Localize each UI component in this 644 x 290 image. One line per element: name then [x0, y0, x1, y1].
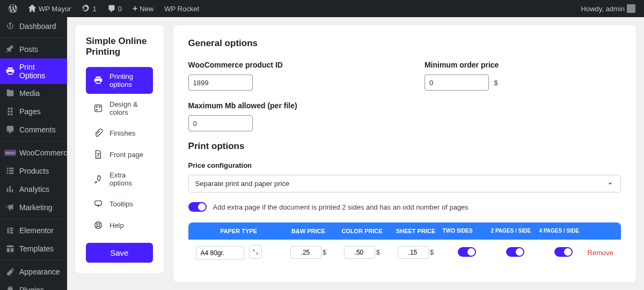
th-two-pages: 2 PAGES / SIDE — [491, 228, 539, 234]
svg-point-6 — [97, 224, 99, 226]
new-link[interactable]: + New — [128, 0, 158, 17]
svg-point-1 — [96, 106, 97, 107]
menu-print-options[interactable]: Print Options — [0, 58, 67, 84]
svg-rect-4 — [95, 201, 102, 205]
price-table: PAPER TYPE B&W PRICE COLOR PRICE SHEET P… — [188, 222, 621, 265]
min-order-input[interactable] — [425, 75, 489, 91]
print-options-title: Print options — [188, 141, 621, 152]
max-mb-label: Maximum Mb allowed (per file) — [188, 101, 621, 110]
price-table-head: PAPER TYPE B&W PRICE COLOR PRICE SHEET P… — [188, 222, 621, 240]
sheet-price-input[interactable] — [398, 246, 429, 259]
menu-analytics[interactable]: Analytics — [0, 180, 67, 198]
site-name-link[interactable]: WP Mayor — [24, 0, 75, 17]
max-mb-input[interactable] — [188, 115, 253, 131]
menu-elementor[interactable]: Elementor — [0, 221, 67, 240]
help-icon — [93, 220, 103, 230]
dashboard-icon — [5, 21, 15, 31]
nav-printing-options[interactable]: Printing options — [86, 67, 153, 94]
palette-icon — [93, 103, 103, 113]
elementor-icon — [5, 226, 15, 235]
home-icon — [28, 4, 36, 13]
menu-dashboard[interactable]: Dashboard — [0, 17, 67, 35]
chevron-down-icon — [606, 180, 614, 188]
comment-icon — [5, 125, 15, 135]
admin-sidemenu: Dashboard Posts Print Options Media Page… — [0, 17, 67, 290]
menu-media[interactable]: Media — [0, 84, 67, 102]
paper-type-input[interactable] — [196, 246, 244, 260]
templates-icon — [5, 244, 15, 254]
four-pages-toggle[interactable] — [554, 247, 573, 257]
printer-icon — [5, 66, 15, 76]
menu-appearance[interactable]: Appearance — [0, 263, 67, 281]
printer-icon — [93, 76, 103, 85]
th-two-sides: TWO SIDES — [443, 228, 491, 234]
two-sides-toggle[interactable] — [458, 247, 476, 257]
woo-icon: woo — [5, 148, 15, 158]
megaphone-icon — [5, 203, 15, 212]
expand-button[interactable] — [249, 245, 262, 259]
menu-posts[interactable]: Posts — [0, 40, 67, 58]
th-sheet: SHEET PRICE — [389, 228, 443, 234]
media-icon — [5, 88, 15, 98]
pin-icon — [5, 44, 15, 54]
wp-rocket-link[interactable]: WP Rocket — [160, 0, 203, 17]
two-pages-toggle[interactable] — [506, 247, 524, 257]
bw-price-input[interactable] — [290, 246, 321, 259]
chart-icon — [5, 184, 15, 194]
nav-tooltips[interactable]: Tooltips — [86, 194, 153, 214]
comment-icon — [107, 4, 116, 13]
pages-icon — [5, 107, 15, 116]
save-button[interactable]: Save — [86, 243, 153, 263]
nav-finishes[interactable]: Finishes — [86, 123, 153, 143]
menu-templates[interactable]: Templates — [0, 240, 67, 258]
woo-id-input[interactable] — [188, 75, 253, 91]
wp-logo[interactable] — [4, 0, 21, 17]
admin-bar: WP Mayor 1 0 + New WP Rocket Howdy, admi… — [0, 0, 644, 17]
nav-design-colors[interactable]: Design & colors — [86, 95, 153, 122]
brush-icon — [5, 267, 15, 277]
svg-rect-0 — [95, 105, 102, 112]
extra-page-toggle[interactable] — [188, 202, 207, 212]
remove-link[interactable]: Remove — [588, 249, 613, 257]
menu-comments[interactable]: Comments — [0, 121, 67, 139]
nav-help[interactable]: Help — [86, 215, 153, 235]
extra-page-toggle-label: Add extra page if the document is printe… — [213, 203, 469, 211]
menu-plugins[interactable]: Plugins — [0, 281, 67, 290]
currency-label: $ — [494, 79, 498, 87]
rocket-icon — [93, 174, 103, 184]
th-four-pages: 4 PAGES / SIDE — [539, 228, 588, 234]
svg-point-2 — [99, 106, 100, 107]
th-bw: B&W PRICE — [282, 228, 335, 234]
menu-marketing[interactable]: Marketing — [0, 198, 67, 217]
products-icon — [5, 166, 15, 176]
menu-woocommerce[interactable]: woo WooCommerce — [0, 144, 67, 162]
woo-id-label: WooCommerce product ID — [188, 61, 283, 69]
settings-title: Simple Online Printing — [86, 36, 153, 57]
tooltip-icon — [93, 199, 103, 209]
plug-icon — [5, 285, 15, 290]
avatar — [627, 4, 635, 13]
howdy-link[interactable]: Howdy, admin — [577, 0, 640, 17]
menu-products[interactable]: Products — [0, 162, 67, 180]
comments-link[interactable]: 0 — [103, 0, 126, 17]
nav-extra-options[interactable]: Extra options — [86, 166, 153, 192]
nav-front-page[interactable]: Front page — [86, 144, 153, 165]
th-color: COLOR PRICE — [335, 228, 389, 234]
color-price-input[interactable] — [344, 246, 375, 259]
svg-point-3 — [96, 109, 97, 110]
menu-pages[interactable]: Pages — [0, 102, 67, 121]
th-paper: PAPER TYPE — [196, 228, 282, 234]
settings-card: Simple Online Printing Printing options … — [75, 25, 164, 273]
min-order-label: Minimum order price — [425, 61, 499, 69]
price-config-select[interactable]: Separate print and paper price — [188, 175, 621, 192]
updates-link[interactable]: 1 — [77, 0, 100, 17]
attachment-icon — [93, 128, 103, 138]
main-card: General options WooCommerce product ID M… — [173, 25, 636, 282]
general-options-title: General options — [188, 38, 621, 49]
page-icon — [93, 150, 103, 159]
price-config-label: Price configuration — [188, 161, 621, 169]
update-icon — [82, 4, 90, 13]
table-row: $ $ $ — [188, 240, 621, 265]
